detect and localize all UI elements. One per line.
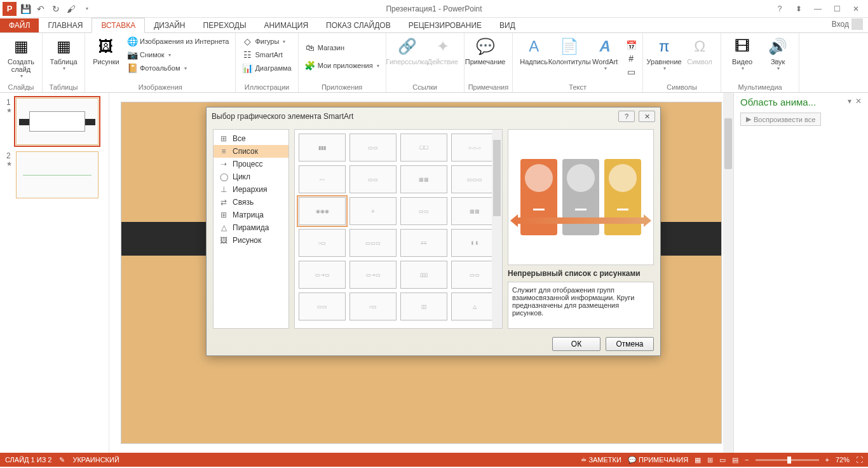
pane-dropdown-icon[interactable]: ▾ [848, 97, 851, 106]
reading-view-icon[interactable]: ▭ [719, 456, 726, 464]
zoom-out-button[interactable]: − [745, 456, 749, 464]
cat-list[interactable]: ≡Список [214, 145, 288, 158]
smartart-item[interactable]: ○▭ [349, 292, 397, 320]
smartart-item[interactable]: ≡≡ [400, 229, 447, 257]
thumbnail-2[interactable]: 2★ [6, 151, 102, 198]
smartart-item[interactable]: ▦▦ [400, 165, 447, 193]
dialog-help-icon[interactable]: ? [618, 111, 635, 122]
ok-button[interactable]: ОК [552, 337, 600, 351]
smartart-item[interactable]: ○▭ [299, 229, 346, 257]
dialog-close-icon[interactable]: ✕ [639, 111, 655, 122]
zoom-level[interactable]: 72% [836, 456, 850, 464]
cat-relationship[interactable]: ⇄Связь [214, 196, 288, 209]
cat-pyramid[interactable]: △Пирамида [214, 221, 288, 234]
object-button[interactable]: ▭ [623, 65, 639, 78]
normal-view-icon[interactable]: ▦ [695, 456, 701, 464]
vertical-scrollbar[interactable] [723, 93, 733, 453]
help-icon[interactable]: ? [774, 4, 785, 13]
smartart-item[interactable]: ⬇⬇ [451, 229, 498, 257]
slideshow-view-icon[interactable]: ▤ [732, 456, 738, 464]
tab-review[interactable]: РЕЦЕНЗИРОВАНИЕ [400, 18, 491, 32]
cat-all[interactable]: ⊞Все [214, 132, 288, 145]
video-button[interactable]: 🎞Видео [725, 35, 759, 72]
smartart-item[interactable]: ▯▯▯ [400, 261, 447, 289]
chart-button[interactable]: 📊Диаграмма [240, 62, 294, 74]
language-indicator[interactable]: УКРАИНСКИЙ [72, 456, 119, 464]
header-footer-button[interactable]: 📄Колонтитулы [552, 35, 587, 67]
tab-home[interactable]: ГЛАВНАЯ [39, 18, 92, 32]
smartart-item[interactable]: △ [451, 292, 498, 320]
smartart-item[interactable]: ▭▭ [451, 261, 498, 289]
equation-button[interactable]: πУравнение [647, 35, 681, 72]
smartart-item[interactable]: ▭▭▭ [349, 229, 397, 257]
audio-button[interactable]: 🔊Звук [761, 35, 795, 72]
table-button[interactable]: ▦Таблица [46, 35, 81, 72]
fit-to-window-icon[interactable]: ⛶ [856, 456, 863, 464]
store-button[interactable]: 🛍Магазин [302, 41, 382, 54]
spellcheck-icon[interactable]: ✎ [59, 456, 65, 464]
photo-album-button[interactable]: 📔Фотоальбом [125, 62, 231, 74]
my-apps-button[interactable]: 🧩Мои приложения [302, 59, 382, 72]
tab-design[interactable]: ДИЗАЙН [145, 18, 194, 32]
slide-number-button[interactable]: # [623, 52, 639, 65]
minimize-icon[interactable]: — [812, 4, 824, 13]
qat-repeat-icon[interactable]: 🖌 [65, 3, 78, 15]
qat-customize[interactable] [80, 3, 93, 15]
smartart-item[interactable]: ▭➝▭ [299, 261, 346, 289]
ribbon-options-icon[interactable]: ⬍ [793, 4, 804, 13]
cat-cycle[interactable]: ◯Цикл [214, 170, 288, 183]
qat-undo-icon[interactable]: ↶ [34, 3, 47, 15]
smartart-button[interactable]: ☷SmartArt [240, 48, 294, 61]
shapes-button[interactable]: ◇Фигуры [240, 35, 294, 48]
tab-file[interactable]: ФАЙЛ [0, 18, 39, 32]
cat-matrix[interactable]: ⊞Матрица [214, 209, 288, 221]
smartart-item[interactable]: ◦◦◦ [299, 165, 346, 193]
qat-save-icon[interactable]: 💾 [19, 3, 32, 15]
cancel-button[interactable]: Отмена [606, 337, 654, 351]
smartart-item[interactable]: ▭▭▭ [451, 165, 498, 193]
comments-button[interactable]: 💬 ПРИМЕЧАНИЯ [628, 456, 688, 464]
smartart-item[interactable]: ▭▭ [400, 197, 447, 225]
comment-button[interactable]: 💬Примечание [468, 35, 503, 67]
zoom-slider[interactable] [756, 459, 819, 461]
wordart-button[interactable]: AWordArt [588, 35, 622, 72]
tab-animation[interactable]: АНИМАЦИЯ [255, 18, 317, 32]
thumbnail-1[interactable]: 1★ [6, 98, 102, 145]
smartart-item[interactable]: ≡ [349, 197, 397, 225]
tab-slideshow[interactable]: ПОКАЗ СЛАЙДОВ [317, 18, 400, 32]
smartart-item[interactable]: ▮▮▮ [299, 134, 346, 162]
close-icon[interactable]: ✕ [850, 4, 862, 13]
smartart-item[interactable]: ☐☐ [400, 134, 447, 162]
play-all-button[interactable]: ▶Воспроизвести все [740, 113, 821, 126]
cat-hierarchy[interactable]: ⊥Иерархия [214, 183, 288, 196]
sorter-view-icon[interactable]: ⊞ [707, 456, 713, 464]
grid-scrollbar[interactable] [492, 130, 502, 328]
smartart-item[interactable]: ▭▭ [349, 134, 397, 162]
smartart-item[interactable]: ▦▦ [451, 197, 498, 225]
category-list: ⊞Все ≡Список ➝Процесс ◯Цикл ⊥Иерархия ⇄С… [213, 129, 289, 329]
notes-button[interactable]: ≐ ЗАМЕТКИ [581, 456, 621, 464]
cat-picture[interactable]: 🖼Рисунок [214, 234, 288, 247]
smartart-item[interactable]: ▭▭ [349, 165, 397, 193]
tab-view[interactable]: ВИД [491, 18, 524, 32]
online-pictures-button[interactable]: 🌐Изображения из Интернета [125, 35, 231, 48]
maximize-icon[interactable]: ☐ [831, 4, 843, 13]
date-time-button[interactable]: 📅 [623, 39, 639, 52]
zoom-in-button[interactable]: + [825, 456, 829, 464]
smartart-item[interactable]: ▯▯ [400, 292, 447, 320]
group-text-label: Текст [517, 83, 639, 91]
smartart-item-selected[interactable]: ◉◉◉ [299, 197, 346, 225]
tab-insert[interactable]: ВСТАВКА [92, 18, 145, 33]
tab-transitions[interactable]: ПЕРЕХОДЫ [194, 18, 255, 32]
cat-process[interactable]: ➝Процесс [214, 158, 288, 170]
smartart-item[interactable]: ▭▭ [299, 292, 346, 320]
new-slide-button[interactable]: ▦Создать слайд [4, 35, 38, 80]
textbox-button[interactable]: AНадпись [517, 35, 551, 67]
qat-redo-icon[interactable]: ↻ [50, 3, 62, 15]
screenshot-button[interactable]: 📷Снимок [125, 48, 231, 61]
smartart-item[interactable]: ○-○-○ [451, 134, 498, 162]
pane-close-icon[interactable]: ✕ [855, 97, 862, 106]
sign-in[interactable]: Вход [827, 16, 868, 32]
pictures-button[interactable]: 🖼Рисунки [89, 35, 123, 67]
smartart-item[interactable]: ▭➝▭ [349, 261, 397, 289]
